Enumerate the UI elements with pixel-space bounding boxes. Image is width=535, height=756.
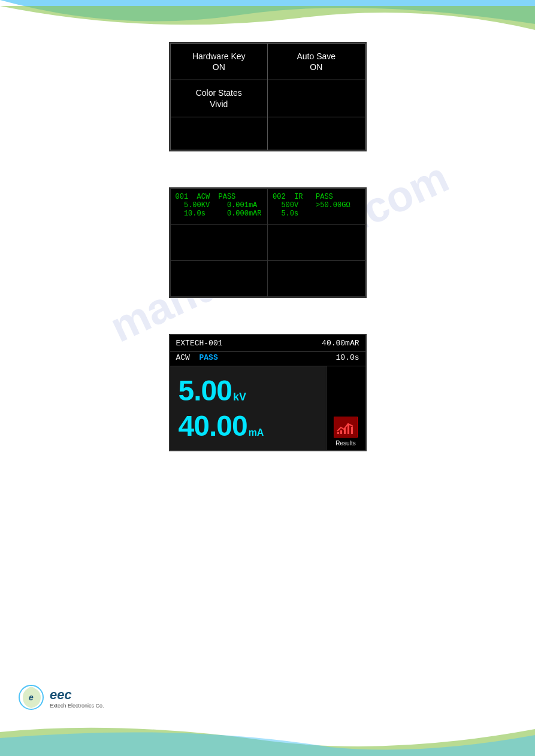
measurement-screen: EXTECH-001 40.00mAR ACW PASS 10.0s 5.00 … [169,334,367,451]
table-row: Hardware KeyON Auto SaveON [170,44,365,80]
current-value: 40.00 [179,409,247,442]
results-button-label[interactable]: Results [335,440,355,447]
acw-result-text: 001 ACW PASS 5.00KV 0.001mA 10.0s 0.000m… [176,193,262,218]
company-subtitle: Extech Electronics Co. [50,703,104,709]
table-row: 001 ACW PASS 5.00KV 0.001mA 10.0s 0.000m… [170,189,365,224]
table-row [170,117,365,150]
screen-sidebar: Results [327,366,365,450]
measurement-body: 5.00 kV 40.00 mA [170,366,365,450]
measurement-header: EXTECH-001 40.00mAR [170,335,365,352]
acw-label: ACW [176,353,190,362]
company-logo: e [18,684,45,711]
time-display: 10.0s [335,353,359,362]
voltage-unit: kV [233,391,246,403]
svg-rect-1 [337,432,339,434]
measurement-subheader: ACW PASS 10.0s [170,352,365,366]
svg-rect-2 [340,430,342,434]
svg-rect-4 [347,425,349,434]
bottom-decoration [0,720,535,756]
empty-result-cell-3 [170,260,268,296]
logo-text: eec Extech Electronics Co. [50,687,104,709]
logo-section: e eec Extech Electronics Co. [18,684,104,711]
table-row: Color StatesVivid [170,80,365,117]
auto-save-cell: Auto SaveON [268,44,365,80]
current-row: 40.00 mA [179,409,318,442]
empty-result-cell-4 [268,260,365,296]
table-row [170,260,365,296]
measurement-values: 5.00 kV 40.00 mA [170,366,327,450]
empty-cell-3 [268,117,365,150]
empty-result-cell-2 [268,224,365,260]
results-chart-icon [336,419,355,435]
company-name: eec [50,687,104,703]
empty-cell-2 [170,117,268,150]
mode-status: ACW PASS [176,353,218,362]
device-id: EXTECH-001 [176,339,223,348]
main-content: Hardware KeyON Auto SaveON Color StatesV… [0,0,535,493]
ir-result-text: 002 IR PASS 500V >50.00GΩ 5.0s [273,193,350,218]
pass-label: PASS [200,353,218,362]
color-states-cell: Color StatesVivid [170,80,268,117]
hardware-key-cell: Hardware KeyON [170,44,268,80]
voltage-row: 5.00 kV [179,374,318,407]
results-table: 001 ACW PASS 5.00KV 0.001mA 10.0s 0.000m… [170,189,365,297]
settings-screen: Hardware KeyON Auto SaveON Color StatesV… [169,42,367,151]
empty-result-cell-1 [170,224,268,260]
results-icon[interactable] [334,417,358,438]
svg-text:e: e [29,693,34,702]
settings-table: Hardware KeyON Auto SaveON Color StatesV… [170,43,365,150]
table-row [170,224,365,260]
svg-rect-5 [351,427,353,434]
current-unit: mA [249,427,264,438]
empty-cell-1 [268,80,365,117]
ir-result-cell: 002 IR PASS 500V >50.00GΩ 5.0s [268,189,365,224]
test-results-screen: 001 ACW PASS 5.00KV 0.001mA 10.0s 0.000m… [169,187,367,298]
current-range: 40.00mAR [322,339,359,348]
acw-result-cell: 001 ACW PASS 5.00KV 0.001mA 10.0s 0.000m… [170,189,268,224]
voltage-value: 5.00 [179,374,232,407]
svg-rect-3 [344,428,346,434]
